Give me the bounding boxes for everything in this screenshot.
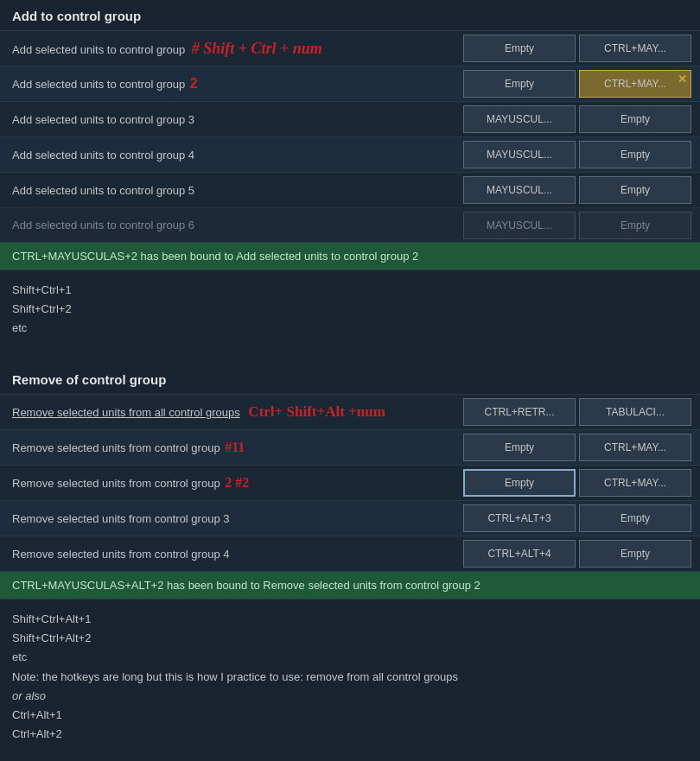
key-button-2[interactable]: CTRL+MAY... [579,434,691,461]
close-icon[interactable]: ✕ [678,73,687,86]
notification-text: CTRL+MAYUSCULAS+ALT+2 has been bound to … [12,579,480,592]
action-label: Remove selected units from control group… [12,475,463,491]
key-button-1[interactable]: Empty [463,434,576,461]
key-button-2[interactable]: CTRL+MAY... [579,469,691,497]
add-group-section: Add to control group Add selected units … [0,0,700,348]
key-button-1[interactable]: CTRL+ALT+4 [463,540,576,568]
action-label: Remove selected units from control group… [12,440,463,455]
key-button-1[interactable]: Empty [463,469,576,497]
action-label: Add selected units to control group 6 [12,219,463,231]
note-line-2: Shift+Ctrl+Alt+2 [12,629,688,648]
note-extra2-1: Ctrl+Alt+1 [12,706,688,725]
keys-area: MAYUSCUL... Empty [463,141,691,168]
add-group-title: Add to control group [0,0,700,30]
note-line-1: Shift+Ctrl+1 [12,281,688,300]
key-button-1[interactable]: MAYUSCUL... [463,212,576,239]
action-label: Add selected units to control group 5 [12,184,463,197]
action-label: Remove selected units from control group… [12,548,463,561]
keys-area: MAYUSCUL... Empty [463,105,691,133]
keybind-row: Remove selected units from all control g… [0,394,700,429]
row-annotation: # Shift + Ctrl + num [192,40,322,57]
keybind-row: Add selected units to control group # Sh… [0,30,700,66]
key-button-1[interactable]: Empty [463,35,576,62]
keys-area: MAYUSCUL... Empty [463,176,691,204]
key-button-1[interactable]: MAYUSCUL... [463,105,576,133]
keybind-row: Add selected units to control group 2 Em… [0,66,700,101]
action-label: Add selected units to control group # Sh… [12,40,463,58]
note-or: or also [12,687,688,706]
keys-area: CTRL+ALT+4 Empty [463,540,691,568]
keybind-row: Add selected units to control group 3 MA… [0,101,700,136]
keybind-row: Remove selected units from control group… [0,429,700,465]
key-button-2[interactable]: Empty [579,540,691,568]
add-notification-bar: CTRL+MAYUSCULAS+2 has been bound to Add … [0,242,700,270]
remove-group-section: Remove of control group Remove selected … [0,364,700,754]
keybind-row: Remove selected units from control group… [0,500,700,536]
note-line-3: etc [12,648,688,667]
keys-area: MAYUSCUL... Empty [463,212,691,239]
key-button-2[interactable]: TABULACI... [579,398,691,426]
note-line-2: Shift+Ctrl+2 [12,300,688,319]
add-notes: Shift+Ctrl+1 Shift+Ctrl+2 etc [0,270,700,348]
keys-area: Empty CTRL+MAY... ✕ [463,70,691,98]
note-line-1: Shift+Ctrl+Alt+1 [12,610,688,629]
keybind-row: Add selected units to control group 4 MA… [0,136,700,172]
key-button-2[interactable]: Empty [579,504,691,532]
remove-group-title: Remove of control group [0,364,700,394]
keys-area: CTRL+RETR... TABULACI... [463,398,691,426]
key-button-1[interactable]: CTRL+RETR... [463,398,576,426]
note-extra: Note: the hotkeys are long but this is h… [12,668,688,687]
action-label: Remove selected units from control group… [12,512,463,525]
key-button-2-active[interactable]: CTRL+MAY... ✕ [579,70,691,98]
key-button-1[interactable]: MAYUSCUL... [463,141,576,168]
keys-area: Empty CTRL+MAY... [463,469,691,497]
keys-area: Empty CTRL+MAY... [463,434,691,461]
key-button-2[interactable]: Empty [579,176,691,204]
action-label: Add selected units to control group 4 [12,149,463,162]
keys-area: Empty CTRL+MAY... [463,35,691,62]
keybind-row: Remove selected units from control group… [0,536,700,571]
remove-notification-bar: CTRL+MAYUSCULAS+ALT+2 has been bound to … [0,571,700,599]
action-label: Remove selected units from all control g… [12,403,463,421]
action-label: Add selected units to control group 2 [12,76,463,92]
note-extra2-2: Ctrl+Alt+2 [12,725,688,744]
keybind-row: Add selected units to control group 5 MA… [0,172,700,207]
key-button-2[interactable]: Empty [579,212,691,239]
key-button-1[interactable]: Empty [463,70,576,98]
note-line-3: etc [12,319,688,338]
notification-text: CTRL+MAYUSCULAS+2 has been bound to Add … [12,250,418,263]
key-button-2[interactable]: CTRL+MAY... [579,35,691,62]
keys-area: CTRL+ALT+3 Empty [463,504,691,532]
key-button-2[interactable]: Empty [579,141,691,168]
key-button-2[interactable]: Empty [579,105,691,133]
key-button-1[interactable]: CTRL+ALT+3 [463,504,576,532]
remove-notes: Shift+Ctrl+Alt+1 Shift+Ctrl+Alt+2 etc No… [0,599,700,754]
keybind-row-partial: Add selected units to control group 6 MA… [0,207,700,242]
keybind-row: Remove selected units from control group… [0,465,700,500]
key-button-1[interactable]: MAYUSCUL... [463,176,576,204]
action-label: Add selected units to control group 3 [12,113,463,126]
